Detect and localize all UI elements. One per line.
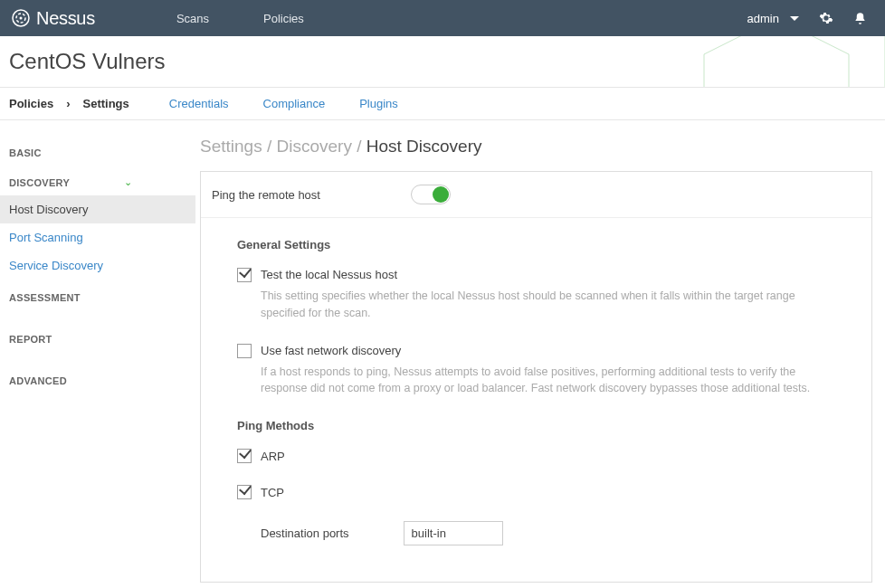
tab-bar: Policies › Settings Credentials Complian… [0,88,885,120]
gear-icon[interactable] [819,11,833,25]
ping-remote-toggle[interactable] [411,185,451,204]
top-bar: Nessus Scans Policies admin [0,0,885,36]
chevron-down-icon: ⌄ [124,176,132,188]
content-area: Settings / Discovery / Host Discovery Pi… [187,120,885,586]
fast-net-row: Use fast network discovery [237,344,835,358]
arp-checkbox[interactable] [237,449,252,463]
fast-net-desc: If a host responds to ping, Nessus attem… [261,364,835,398]
dest-ports-input[interactable] [404,521,503,545]
bc-discovery[interactable]: Discovery [277,137,352,156]
ping-remote-label: Ping the remote host [212,188,320,202]
breadcrumb-policies[interactable]: Policies [9,97,53,110]
fast-net-label: Use fast network discovery [261,344,401,357]
sidebar-item-host-discovery[interactable]: Host Discovery [0,195,195,223]
nav-policies[interactable]: Policies [263,12,304,25]
sidebar-section-discovery[interactable]: DISCOVERY ⌄ [9,176,186,188]
top-nav: Scans Policies [176,12,304,25]
nessus-logo-icon [11,8,31,28]
test-local-row: Test the local Nessus host [237,268,835,282]
page-header: CentOS Vulners [0,36,885,88]
sidebar-item-service-discovery[interactable]: Service Discovery [0,251,195,280]
test-local-checkbox[interactable] [237,268,252,282]
content-breadcrumb: Settings / Discovery / Host Discovery [200,137,872,156]
top-right: admin [747,11,867,25]
user-label: admin [747,12,779,25]
page-title: CentOS Vulners [9,49,876,74]
fast-net-checkbox[interactable] [237,344,252,358]
nav-scans[interactable]: Scans [176,12,209,25]
test-local-desc: This setting specifies whether the local… [261,288,835,322]
tab-compliance[interactable]: Compliance [263,97,326,110]
arp-row: ARP [237,449,835,463]
chevron-right-icon: › [66,97,70,110]
test-local-label: Test the local Nessus host [261,268,397,281]
breadcrumb-settings[interactable]: Settings [82,97,128,110]
sidebar-section-advanced[interactable]: ADVANCED [9,375,186,386]
tcp-label: TCP [261,486,284,499]
sidebar-section-report[interactable]: REPORT [9,334,186,345]
tab-plugins[interactable]: Plugins [359,97,398,110]
bell-icon[interactable] [853,12,867,25]
tcp-row: TCP [237,485,835,499]
bc-settings[interactable]: Settings [200,137,262,156]
sidebar-section-basic[interactable]: BASIC [9,147,186,158]
toggle-knob-icon [433,186,449,203]
settings-panel: Ping the remote host General Settings Te… [200,171,872,583]
ping-methods-title: Ping Methods [237,419,835,432]
panel-body: General Settings Test the local Nessus h… [201,217,871,582]
tab-credentials[interactable]: Credentials [169,97,229,110]
dest-ports-label: Destination ports [261,526,349,540]
ping-remote-row: Ping the remote host [201,172,871,217]
bc-host-discovery: Host Discovery [366,137,482,156]
sidebar-discovery-label: DISCOVERY [9,177,70,188]
brand-logo[interactable]: Nessus [11,8,95,29]
main-area: BASIC DISCOVERY ⌄ Host Discovery Port Sc… [0,120,885,586]
svg-point-2 [20,17,23,20]
sidebar-discovery-items: Host Discovery Port Scanning Service Dis… [0,195,195,280]
user-menu[interactable]: admin [747,12,799,25]
sidebar: BASIC DISCOVERY ⌄ Host Discovery Port Sc… [0,120,187,586]
dest-ports-row: Destination ports [261,521,835,545]
sidebar-item-port-scanning[interactable]: Port Scanning [0,223,195,251]
brand-text: Nessus [36,8,95,29]
sidebar-section-assessment[interactable]: ASSESSMENT [9,292,186,303]
tcp-checkbox[interactable] [237,485,252,499]
caret-down-icon [790,16,799,21]
general-settings-title: General Settings [237,238,835,251]
arp-label: ARP [261,450,285,463]
